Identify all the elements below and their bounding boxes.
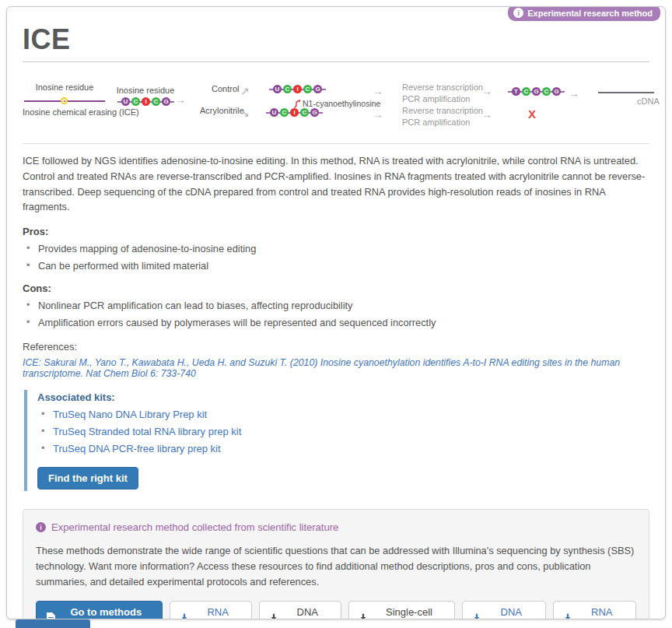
nucleotide-C: C <box>280 108 289 117</box>
nucleotide-G: G <box>532 87 541 96</box>
go-to-methods-button[interactable]: Go to methods page <box>36 601 163 619</box>
references-heading: References: <box>23 341 649 353</box>
nucleotide-C: C <box>131 97 140 106</box>
list-item: Nonlinear PCR amplification can lead to … <box>26 300 649 311</box>
kits-list: TruSeq Nano DNA Library Prep kit TruSeq … <box>37 409 649 454</box>
cdna-strand-line <box>598 92 654 93</box>
method-card: Experimental research method ICE Inosine… <box>6 6 666 619</box>
nucleotide-C: C <box>283 85 292 93</box>
arrow-icon: → <box>569 88 579 99</box>
kit-link[interactable]: TruSeq Nano DNA Library Prep kit <box>53 409 207 420</box>
rna-strand-line <box>24 100 105 102</box>
inosine-residue-label: Inosine residue <box>24 82 105 92</box>
cdna-label: cDNA <box>637 96 660 106</box>
source-sequence: UCICG <box>117 97 174 106</box>
page-title: ICE <box>23 24 649 55</box>
download-icon <box>472 613 481 619</box>
list-item: Provides mapping of adenosine-to-inosine… <box>26 243 649 254</box>
treated-sequence: UCICG <box>266 108 323 117</box>
kit-link[interactable]: TruSeq Stranded total RNA library prep k… <box>53 426 241 437</box>
title-divider <box>23 61 649 62</box>
download-icon <box>180 613 189 619</box>
list-item: TruSeq DNA PCR-free library prep kit <box>41 443 649 454</box>
kit-link[interactable]: TruSeq DNA PCR-free library prep kit <box>53 443 221 454</box>
inosine-residue-marker <box>61 97 68 104</box>
list-item: Can be performed with limited material <box>26 260 649 272</box>
document-icon <box>47 612 55 619</box>
arrow-icon: → <box>373 109 383 120</box>
resource-buttons-row: Go to methods page RNA poster DNA poster… <box>36 601 636 619</box>
rna-poster-button[interactable]: RNA poster <box>170 601 252 619</box>
control-label: Control <box>212 84 239 93</box>
arrow-down-icon: ↘ <box>240 107 250 118</box>
info-icon <box>36 522 46 532</box>
nucleotide-U: U <box>270 108 278 117</box>
nucleotide-T: T <box>512 87 520 96</box>
failed-rt-mark: X <box>528 107 536 121</box>
rt-pcr-label-control: Reverse transcription PCR amplification <box>402 82 483 105</box>
reference-link[interactable]: ICE: Sakurai M., Yano T., Kawabata H., U… <box>23 357 649 379</box>
method-type-badge: Experimental research method <box>508 6 660 21</box>
rt-pcr-label-treated: Reverse transcription PCR amplification <box>402 105 483 128</box>
info-icon <box>513 8 523 18</box>
partially-visible-button[interactable] <box>16 619 90 628</box>
arrow-icon: → <box>175 94 186 105</box>
result-sequence: TCGCG <box>508 87 565 96</box>
download-icon <box>359 613 368 619</box>
arrow-icon: → <box>373 86 383 96</box>
nucleotide-C: C <box>152 97 160 106</box>
list-item: TruSeq Nano DNA Library Prep kit <box>41 409 649 420</box>
rna-review-button[interactable]: RNA review <box>553 601 636 619</box>
list-item: TruSeq Stranded total RNA library prep k… <box>41 426 649 437</box>
method-description: ICE followed by NGS identifies adenosine… <box>23 153 649 215</box>
nucleotide-U: U <box>273 85 282 93</box>
nucleotide-C: C <box>303 85 312 93</box>
associated-kits-box: Associated kits: TruSeq Nano DNA Library… <box>24 390 649 491</box>
acrylonitrile-label: Acrylonitrile <box>200 106 244 115</box>
single-cell-poster-button[interactable]: Single-cell poster <box>348 601 455 619</box>
nucleotide-C: C <box>542 87 551 96</box>
adduct-label: N1-cyanoethylinosine <box>303 99 380 108</box>
associated-kits-heading: Associated kits: <box>37 391 649 403</box>
diagram-divider <box>23 143 649 144</box>
pros-list: Provides mapping of adenosine-to-inosine… <box>23 243 649 272</box>
dna-poster-button[interactable]: DNA poster <box>259 601 341 619</box>
inosine-residue-label-2: Inosine residue <box>110 86 181 95</box>
nucleotide-G: G <box>313 85 322 93</box>
badge-label: Experimental research method <box>527 9 653 18</box>
info-box-heading: Experimental research method collected f… <box>36 521 636 533</box>
pros-heading: Pros: <box>23 226 649 237</box>
find-kit-button[interactable]: Find the right kit <box>37 467 138 489</box>
nucleotide-G: G <box>162 97 170 106</box>
info-box-text: These methods demonstrate the wide range… <box>36 543 636 589</box>
cyanoethyl-adduct-mark <box>292 100 302 109</box>
nucleotide-G: G <box>310 108 319 117</box>
control-sequence: UCICG <box>269 85 326 93</box>
download-icon <box>563 613 572 619</box>
cons-list: Nonlinear PCR amplification can lead to … <box>23 300 649 328</box>
download-icon <box>269 613 278 619</box>
cons-heading: Cons: <box>23 282 649 294</box>
nucleotide-I: I <box>293 85 302 93</box>
method-diagram: Inosine residue Inosine chemical erasing… <box>23 79 649 134</box>
nucleotide-I: I <box>142 97 150 106</box>
arrow-up-icon: ↗ <box>240 86 250 96</box>
nucleotide-I: I <box>290 108 299 117</box>
list-item: Amplification errors caused by polymeras… <box>26 317 649 328</box>
nucleotide-C: C <box>522 87 530 96</box>
nucleotide-U: U <box>121 97 130 106</box>
method-info-box: Experimental research method collected f… <box>23 509 649 619</box>
arrow-icon: → <box>481 109 492 120</box>
nucleotide-C: C <box>300 108 309 117</box>
nucleotide-G: G <box>552 87 561 96</box>
arrow-icon: → <box>481 86 492 96</box>
dna-review-button[interactable]: DNA review <box>462 601 545 619</box>
ice-method-label: Inosine chemical erasing (ICE) <box>23 107 139 117</box>
